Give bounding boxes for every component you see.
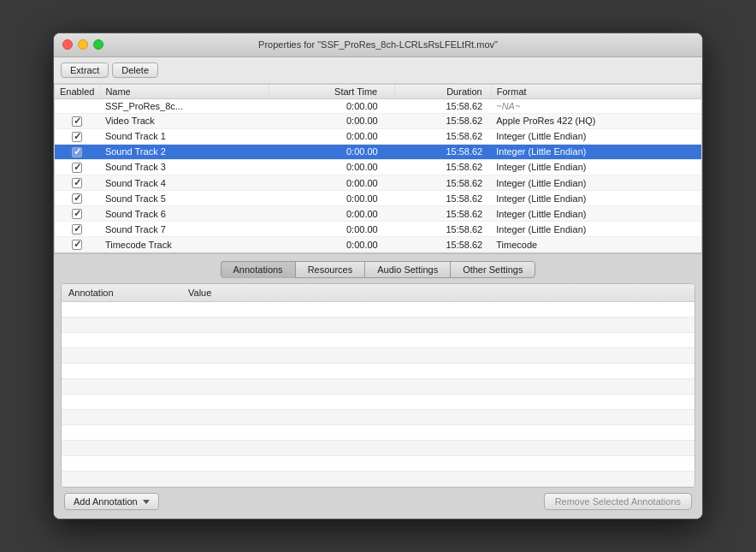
track-row[interactable]: Sound Track 30:00.0015:58.62Integer (Lit…: [55, 159, 701, 175]
track-checkbox[interactable]: [72, 178, 82, 188]
annotation-cell: [62, 472, 181, 487]
annotation-row: [62, 425, 694, 441]
annotation-value-cell: [181, 456, 694, 472]
track-enabled-cell: [55, 159, 100, 175]
annotation-cell: [62, 302, 181, 318]
track-checkbox[interactable]: [72, 193, 82, 204]
annotation-cell: [62, 318, 181, 333]
track-start-time-cell: 0:00.00: [269, 128, 395, 144]
annotation-cell: [62, 425, 181, 441]
titlebar: Properties for "SSF_ProRes_8ch-LCRLsRsLF…: [54, 33, 702, 57]
track-row[interactable]: Sound Track 20:00.0015:58.62Integer (Lit…: [55, 144, 701, 159]
track-row[interactable]: Sound Track 10:00.0015:58.62Integer (Lit…: [55, 128, 701, 144]
track-row[interactable]: Sound Track 50:00.0015:58.62Integer (Lit…: [55, 191, 701, 206]
annotation-cell: [62, 410, 181, 425]
track-name-cell: Sound Track 2: [100, 144, 269, 159]
annotation-value-cell: [181, 302, 694, 318]
annotations-footer: Add Annotation Remove Selected Annotatio…: [61, 488, 695, 512]
track-checkbox[interactable]: [72, 224, 82, 234]
track-name-cell: Sound Track 1: [100, 128, 269, 144]
annotation-value-cell: [181, 379, 694, 395]
track-duration-cell: 15:58.62: [395, 222, 492, 237]
track-checkbox[interactable]: [72, 240, 82, 250]
track-start-time-cell: 0:00.00: [269, 98, 395, 113]
track-name-cell: Sound Track 7: [100, 222, 269, 237]
track-format-cell: Integer (Little Endian): [491, 175, 700, 190]
track-row[interactable]: SSF_ProRes_8c...0:00.0015:58.62~NA~: [55, 98, 701, 113]
track-enabled-cell: [55, 144, 100, 159]
tab-annotations[interactable]: Annotations: [221, 261, 296, 278]
annotation-row: [62, 379, 694, 395]
track-checkbox[interactable]: [72, 147, 82, 157]
remove-annotations-button[interactable]: Remove Selected Annotations: [544, 493, 692, 510]
annotation-cell: [62, 333, 181, 348]
annotation-value-cell: [181, 472, 694, 487]
close-button[interactable]: [62, 39, 73, 50]
annotation-row: [62, 333, 694, 348]
track-enabled-cell: [55, 191, 100, 206]
track-row[interactable]: Sound Track 40:00.0015:58.62Integer (Lit…: [55, 175, 701, 190]
track-name-cell: Timecode Track: [100, 237, 269, 252]
annotation-value-cell: [181, 410, 694, 425]
track-checkbox[interactable]: [72, 209, 82, 219]
properties-window: Properties for "SSF_ProRes_8ch-LCRLsRsLF…: [53, 33, 703, 520]
annotation-value-cell: [181, 318, 694, 333]
track-row[interactable]: Sound Track 70:00.0015:58.62Integer (Lit…: [55, 222, 701, 237]
tracks-container: Enabled Name Start Time Duration Format …: [54, 84, 702, 254]
annotation-col-header: Annotation: [62, 284, 181, 302]
track-start-time-cell: 0:00.00: [269, 206, 395, 222]
extract-button[interactable]: Extract: [61, 62, 109, 78]
annotation-value-cell: [181, 364, 694, 379]
track-format-cell: Integer (Little Endian): [491, 128, 700, 144]
track-row[interactable]: Timecode Track0:00.0015:58.62Timecode: [55, 237, 701, 252]
track-format-cell: Timecode: [491, 237, 700, 252]
track-enabled-cell: [55, 237, 100, 252]
delete-button[interactable]: Delete: [112, 62, 158, 78]
tracks-header-row: Enabled Name Start Time Duration Format: [55, 85, 701, 99]
track-start-time-cell: 0:00.00: [269, 159, 395, 175]
track-row[interactable]: Sound Track 60:00.0015:58.62Integer (Lit…: [55, 206, 701, 222]
maximize-button[interactable]: [93, 39, 103, 50]
track-name-cell: Sound Track 4: [100, 175, 269, 190]
tabs-bar: Annotations Resources Audio Settings Oth…: [61, 261, 695, 278]
track-start-time-cell: 0:00.00: [269, 191, 395, 206]
track-start-time-cell: 0:00.00: [269, 237, 395, 252]
header-name: Name: [100, 85, 269, 99]
track-name-cell: Sound Track 6: [100, 206, 269, 222]
track-enabled-cell: [55, 98, 100, 113]
track-format-cell: Apple ProRes 422 (HQ): [491, 113, 700, 128]
annotation-value-cell: [181, 441, 694, 456]
annotation-row: [62, 395, 694, 410]
track-duration-cell: 15:58.62: [395, 128, 492, 144]
annotation-row: [62, 364, 694, 379]
toolbar: Extract Delete: [54, 57, 702, 84]
annotation-row: [62, 302, 694, 318]
traffic-lights: [62, 39, 103, 50]
annotation-cell: [62, 395, 181, 410]
annotation-cell: [62, 379, 181, 395]
track-enabled-cell: [55, 222, 100, 237]
tracks-table: Enabled Name Start Time Duration Format …: [55, 85, 701, 253]
minimize-button[interactable]: [78, 39, 88, 50]
track-duration-cell: 15:58.62: [395, 237, 492, 252]
track-checkbox[interactable]: [72, 163, 82, 173]
track-duration-cell: 15:58.62: [395, 175, 492, 190]
annotation-row: [62, 410, 694, 425]
track-duration-cell: 15:58.62: [395, 113, 492, 128]
track-checkbox[interactable]: [72, 116, 82, 127]
track-start-time-cell: 0:00.00: [269, 144, 395, 159]
track-checkbox[interactable]: [72, 132, 82, 142]
track-start-time-cell: 0:00.00: [269, 222, 395, 237]
track-format-cell: ~NA~: [491, 98, 700, 113]
track-row[interactable]: Video Track0:00.0015:58.62Apple ProRes 4…: [55, 113, 701, 128]
track-duration-cell: 15:58.62: [395, 144, 492, 159]
header-format: Format: [491, 85, 700, 99]
track-format-cell: Integer (Little Endian): [491, 206, 700, 222]
tab-resources[interactable]: Resources: [295, 261, 366, 278]
annotation-row: [62, 472, 694, 487]
track-enabled-cell: [55, 113, 100, 128]
annotation-row: [62, 348, 694, 364]
add-annotation-button[interactable]: Add Annotation: [64, 493, 159, 510]
tab-audio-settings[interactable]: Audio Settings: [364, 261, 451, 278]
tab-other-settings[interactable]: Other Settings: [450, 261, 535, 278]
